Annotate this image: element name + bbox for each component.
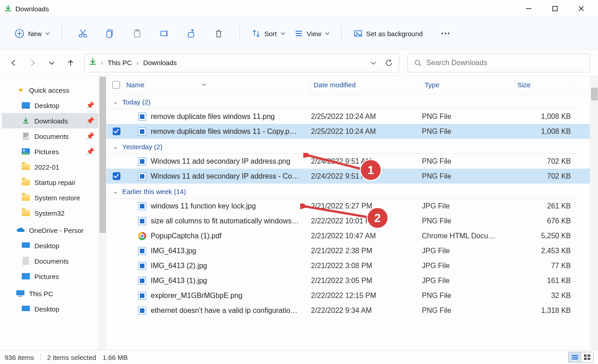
group-yesterday[interactable]: ⌄Yesterday (2): [106, 139, 580, 154]
new-label: New: [28, 30, 42, 38]
separator: [341, 26, 342, 41]
file-row[interactable]: size all columns to fit automatically wi…: [106, 213, 598, 228]
search-box[interactable]: [407, 53, 590, 72]
file-row[interactable]: IMG_6413.jpg2/21/2022 2:38 PMJPG File2,4…: [106, 243, 598, 258]
rename-button[interactable]: [155, 24, 173, 43]
content-scrollbar[interactable]: [590, 76, 598, 350]
pin-icon: 📌: [86, 147, 95, 156]
file-row[interactable]: Windows 11 add secondary IP address.png2…: [106, 154, 598, 169]
up-button[interactable]: [65, 57, 76, 68]
maximize-button[interactable]: [551, 5, 559, 13]
sidebar-od-pictures[interactable]: Pictures: [2, 269, 106, 284]
sidebar-od-documents[interactable]: Documents: [2, 253, 106, 269]
file-row[interactable]: remove duplicate files windows 11.png2/2…: [106, 109, 598, 124]
picture-icon: [22, 147, 30, 156]
svg-rect-12: [107, 31, 111, 38]
chevron-down-icon: ⌄: [113, 142, 119, 151]
paste-button[interactable]: [128, 24, 146, 43]
details-view-button[interactable]: [568, 352, 581, 363]
breadcrumb-current[interactable]: Downloads: [143, 59, 177, 66]
svg-rect-36: [22, 242, 30, 248]
more-button[interactable]: [436, 24, 454, 43]
sidebar-od-desktop[interactable]: Desktop: [2, 238, 106, 253]
scrollbar-thumb[interactable]: [100, 77, 106, 233]
share-icon: [187, 29, 196, 38]
window-controls: [525, 5, 585, 13]
clipboard-icon: [133, 29, 142, 38]
file-row[interactable]: ethernet doesn't have a valid ip configu…: [106, 303, 598, 318]
close-button[interactable]: [577, 5, 585, 13]
breadcrumb-root[interactable]: This PC: [108, 59, 132, 66]
item-count: 936 items: [5, 354, 34, 361]
sidebar-onedrive[interactable]: OneDrive - Persor: [2, 222, 106, 238]
group-today[interactable]: ⌄Today (2): [106, 94, 580, 109]
chevron-down-icon: ⌄: [113, 187, 119, 195]
file-row[interactable]: explorer_M1GBrMGbpE.png2/22/2022 12:15 P…: [106, 288, 598, 303]
recent-button[interactable]: [46, 57, 57, 68]
column-type[interactable]: Type: [422, 76, 515, 94]
share-button[interactable]: [182, 24, 201, 43]
copy-button[interactable]: [101, 24, 119, 43]
svg-point-22: [356, 32, 357, 33]
sidebar-2022-01[interactable]: 2022-01: [2, 159, 106, 175]
svg-rect-40: [19, 296, 22, 297]
sidebar-this-pc[interactable]: This PC: [2, 286, 106, 301]
back-button[interactable]: [8, 57, 19, 68]
column-date[interactable]: Date modified: [311, 76, 422, 94]
view-button[interactable]: View: [290, 24, 334, 43]
new-button[interactable]: New: [10, 24, 54, 43]
sidebar-documents[interactable]: Documents📌: [2, 128, 106, 144]
folder-icon: [22, 163, 30, 171]
sidebar-startup-repair[interactable]: Startup repair: [2, 175, 106, 190]
delete-button[interactable]: [210, 24, 228, 43]
file-list: Name Date modified Type Size ⌄Today (2) …: [106, 76, 598, 350]
select-all-checkbox[interactable]: [106, 76, 126, 94]
sidebar-system-restore[interactable]: System restore: [2, 190, 106, 205]
jpg-icon: [138, 277, 146, 285]
column-name[interactable]: Name: [126, 76, 311, 94]
svg-point-25: [448, 33, 450, 34]
document-icon: [22, 132, 30, 140]
group-earlier[interactable]: ⌄Earlier this week (14): [106, 184, 580, 199]
set-background-button[interactable]: Set as background: [349, 24, 427, 43]
svg-rect-29: [22, 108, 30, 109]
column-size[interactable]: Size: [515, 76, 574, 94]
checkbox-checked[interactable]: [113, 172, 120, 180]
minimize-button[interactable]: [525, 5, 533, 13]
file-row[interactable]: PopupCaptcha (1).pdf2/21/2022 10:47 AMCh…: [106, 228, 598, 243]
scrollbar-thumb[interactable]: [591, 88, 598, 100]
sidebar-pictures[interactable]: Pictures📌: [2, 144, 106, 159]
file-row[interactable]: Windows 11 add secondary IP address - Co…: [106, 169, 598, 184]
sidebar-system32[interactable]: System32: [2, 205, 106, 221]
list-icon: [294, 29, 303, 38]
nav-row: › This PC › Downloads: [0, 50, 598, 76]
forward-button[interactable]: [27, 57, 38, 68]
address-dropdown[interactable]: [368, 57, 379, 68]
copy-icon: [105, 29, 115, 38]
sidebar-desktop[interactable]: Desktop📌: [2, 98, 106, 113]
title-bar: Downloads: [0, 0, 598, 17]
sidebar-downloads[interactable]: Downloads📌: [2, 113, 106, 128]
file-row[interactable]: remove duplicate files windows 11 - Copy…: [106, 124, 598, 139]
file-row[interactable]: IMG_6413 (1).jpg2/21/2022 3:05 PMJPG Fil…: [106, 273, 598, 288]
sidebar-pc-desktop[interactable]: Desktop: [2, 301, 106, 317]
address-bar[interactable]: › This PC › Downloads: [84, 53, 399, 72]
file-row[interactable]: IMG_6413 (2).jpg2/21/2022 3:08 PMJPG Fil…: [106, 258, 598, 273]
icons-view-button[interactable]: [581, 352, 593, 363]
cut-button[interactable]: [74, 24, 92, 43]
png-icon: [138, 128, 146, 136]
sort-button[interactable]: Sort: [247, 24, 290, 43]
sidebar-quick-access[interactable]: ★Quick access: [2, 82, 106, 98]
file-row[interactable]: windows 11 function key lock.jpg2/21/202…: [106, 199, 598, 213]
view-switcher: [568, 352, 593, 363]
svg-rect-38: [22, 273, 30, 279]
search-input[interactable]: [426, 59, 583, 67]
checkbox-checked[interactable]: [113, 128, 120, 135]
sidebar-scrollbar[interactable]: [98, 76, 106, 350]
refresh-button[interactable]: [383, 57, 394, 68]
jpg-icon: [138, 247, 146, 255]
png-icon: [138, 292, 146, 300]
chrome-icon: [138, 232, 146, 240]
desktop-icon: [22, 101, 30, 109]
star-icon: ★: [16, 86, 24, 94]
